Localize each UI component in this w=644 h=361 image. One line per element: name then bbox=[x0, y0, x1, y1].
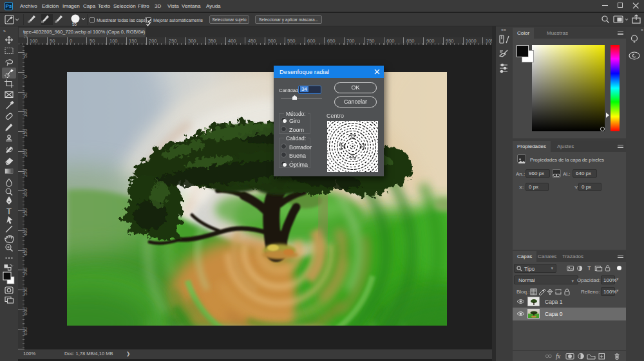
svg-text:55: 55 bbox=[72, 22, 77, 26]
svg-text:T: T bbox=[6, 207, 12, 216]
svg-text:T: T bbox=[587, 265, 591, 272]
svg-text:fx: fx bbox=[556, 353, 561, 360]
svg-text:»: » bbox=[3, 29, 6, 33]
